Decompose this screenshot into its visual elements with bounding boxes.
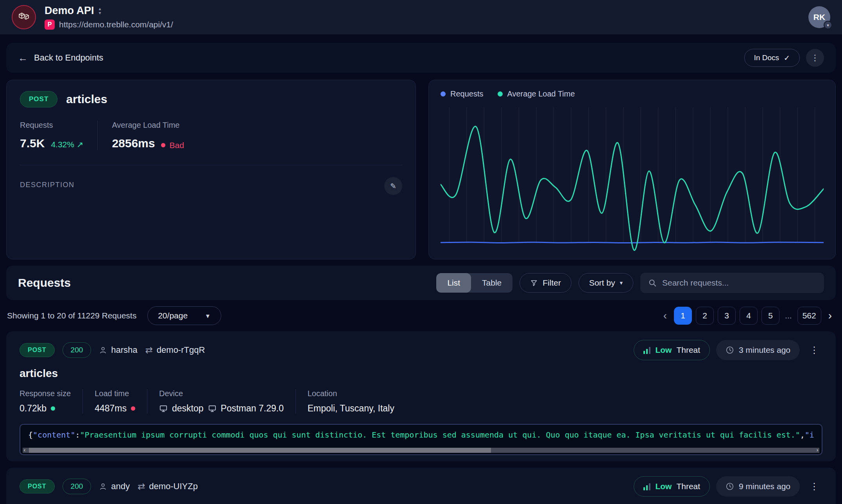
chevron-down-icon: ▾ <box>824 21 832 29</box>
chart-gridlines <box>449 107 815 243</box>
page-button-562[interactable]: 562 <box>797 307 821 325</box>
signal-bars-icon <box>643 483 650 490</box>
page-button-3[interactable]: 3 <box>718 307 736 325</box>
payload-preview-box: {"content":"Praesentium ipsum corrupti c… <box>20 424 822 455</box>
divider <box>20 165 402 165</box>
page-button-4[interactable]: 4 <box>740 307 758 325</box>
check-icon: ✓ <box>784 54 790 63</box>
avatar-initials: RK <box>813 13 825 22</box>
project-logo[interactable] <box>12 5 36 29</box>
in-docs-label: In Docs <box>754 54 779 62</box>
back-toolbar: ← Back to Endpoints In Docs ✓ ⋮ <box>6 43 836 73</box>
user-avatar[interactable]: RK ▾ <box>808 6 830 28</box>
kebab-icon: ⋮ <box>810 345 819 355</box>
scrollbar-thumb[interactable] <box>29 448 491 453</box>
method-badge: POST <box>20 91 57 107</box>
page-title: Demo API <box>45 5 94 17</box>
kebab-icon: ⋮ <box>810 481 819 491</box>
load-status: Bad <box>161 141 184 150</box>
request-id: ⇄ demo-UIYZp <box>138 481 198 492</box>
project-titles: Demo API ▴▾ P https://demo.treblle.com/a… <box>45 5 173 30</box>
page-button-5[interactable]: 5 <box>761 307 779 325</box>
request-endpoint-title: articles <box>20 367 822 380</box>
search-input[interactable] <box>662 278 816 288</box>
in-docs-button[interactable]: In Docs ✓ <box>744 49 800 67</box>
page-button-1[interactable]: 1 <box>674 307 692 325</box>
scroll-left-icon[interactable]: ‹ <box>24 447 25 453</box>
method-badge: POST <box>20 479 55 493</box>
item-more-options-button[interactable]: ⋮ <box>806 481 822 492</box>
page-prev-button[interactable]: ‹ <box>660 309 670 322</box>
clock-icon <box>726 346 734 354</box>
filter-button[interactable]: Filter <box>520 273 571 293</box>
divider <box>97 121 98 150</box>
more-options-button[interactable]: ⋮ <box>806 49 824 67</box>
requests-stat-label: Requests <box>20 121 83 130</box>
status-dot-icon <box>161 143 165 147</box>
request-id: ⇄ demo-rTgqR <box>145 345 205 356</box>
endpoint-summary-card: POST articles Requests 7.5K 4.32% ↗ Aver… <box>6 80 416 259</box>
edit-description-button[interactable]: ✎ <box>384 177 402 195</box>
method-badge: POST <box>20 343 55 357</box>
request-user: harsha <box>99 345 137 355</box>
status-code-badge: 200 <box>63 479 91 494</box>
search-box <box>640 273 824 293</box>
trend-up-icon: ↗ <box>77 140 84 149</box>
page-button-2[interactable]: 2 <box>696 307 714 325</box>
per-page-select[interactable]: 20/page ▼ <box>147 306 221 325</box>
monitor-icon <box>208 404 217 413</box>
description-label: DESCRIPTION <box>20 177 75 189</box>
scroll-right-icon[interactable]: › <box>817 447 818 453</box>
status-code-badge: 200 <box>63 342 91 358</box>
requests-delta: 4.32% ↗ <box>51 140 83 149</box>
horizontal-scrollbar[interactable]: ‹ › <box>23 448 819 453</box>
request-list-item[interactable]: POST 200 harsha ⇄ demo-rTgqR Low Threat <box>6 331 836 461</box>
back-to-endpoints-link[interactable]: ← Back to Endpoints <box>18 52 103 64</box>
kebab-icon: ⋮ <box>811 53 819 63</box>
request-list-item[interactable]: POST 200 andy ⇄ demo-UIYZp Low Threat <box>6 468 836 504</box>
device-col: Device desktop Postman 7.29.0 <box>159 389 284 414</box>
threat-badge: Low Threat <box>634 340 710 360</box>
request-meta-row: Response size 0.72kb Load time 4487ms De… <box>20 389 822 414</box>
project-switcher-icon[interactable]: ▴▾ <box>99 7 101 15</box>
requests-section-title: Requests <box>18 276 71 290</box>
page-next-button[interactable]: › <box>825 309 835 322</box>
loadtime-series-line <box>441 126 824 250</box>
page-ellipsis: ... <box>783 311 794 320</box>
load-time-col: Load time 4487ms <box>95 389 135 414</box>
person-icon <box>99 483 107 491</box>
showing-count-text: Showing 1 to 20 of 11229 Requests <box>7 311 136 320</box>
app-header: Demo API ▴▾ P https://demo.treblle.com/a… <box>0 0 842 34</box>
request-payload-preview[interactable]: {"content":"Praesentium ipsum corrupti c… <box>28 430 814 440</box>
request-user: andy <box>99 481 130 491</box>
view-toggle: List Table <box>436 273 512 293</box>
item-more-options-button[interactable]: ⋮ <box>806 345 822 356</box>
person-icon <box>99 346 107 354</box>
divider <box>147 389 147 414</box>
env-badge: P <box>45 20 55 30</box>
threat-badge: Low Threat <box>634 476 710 497</box>
funnel-icon <box>530 279 538 287</box>
view-toggle-table[interactable]: Table <box>471 273 512 293</box>
laravel-logo-icon <box>18 11 30 23</box>
monitor-icon <box>159 404 168 413</box>
requests-stat-value: 7.5K <box>20 137 45 150</box>
status-dot-icon <box>131 406 135 411</box>
avg-load-value: 2856ms <box>112 137 155 150</box>
view-toggle-list[interactable]: List <box>436 273 471 293</box>
status-badge: Bad <box>169 141 184 150</box>
avg-load-stat: Average Load Time 2856ms Bad <box>112 121 184 150</box>
divider <box>296 389 296 414</box>
clock-icon <box>726 482 734 491</box>
sort-by-button[interactable]: Sort by ▾ <box>579 273 633 293</box>
search-icon <box>648 279 657 287</box>
endpoint-chart-card: Requests Average Load Time <box>428 80 836 259</box>
legend-dot-green-icon <box>498 91 503 97</box>
legend-dot-blue-icon <box>441 91 446 97</box>
signal-bars-icon <box>643 346 650 354</box>
location-col: Location Empoli, Tuscany, Italy <box>308 389 394 414</box>
requests-stat: Requests 7.5K 4.32% ↗ <box>20 121 83 150</box>
pencil-icon: ✎ <box>390 182 396 191</box>
requests-loadtime-chart <box>441 103 824 251</box>
project-header: Demo API ▴▾ P https://demo.treblle.com/a… <box>12 5 173 30</box>
